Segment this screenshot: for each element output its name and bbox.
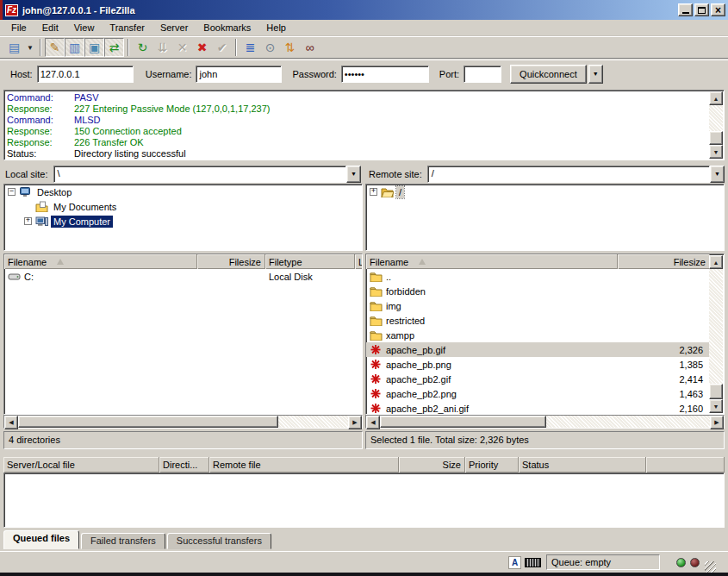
log-scroll-thumb[interactable] [709,131,723,145]
column-header-label: Filetype [269,257,302,267]
local-site-dropdown[interactable]: ▼ [346,166,361,183]
local-site-combo[interactable]: \ ▼ [53,166,361,183]
file-row[interactable]: apache_pb.png1,385 [366,357,710,372]
toggle-queue-button[interactable]: ⇄ [104,38,124,57]
column-header-filename[interactable]: Filename [366,254,618,269]
minimize-button[interactable] [678,3,693,16]
scroll-down-icon[interactable]: ▼ [709,399,723,413]
log-line: Response:227 Entering Passive Mode (127,… [7,103,721,115]
menu-item-bookmarks[interactable]: Bookmarks [196,21,258,34]
directory-filters-icon: ≣ [246,41,256,54]
menu-item-edit[interactable]: Edit [34,21,66,34]
tab-failed-transfers[interactable]: Failed transfers [81,533,165,549]
column-header-filetype[interactable]: Filetype [265,254,355,269]
file-row[interactable]: apache_pb2.gif2,414 [366,372,710,386]
local-site-value[interactable]: \ [53,166,346,183]
queue-column-header-blank[interactable] [646,457,725,473]
remote-hscroll-thumb[interactable] [380,416,546,428]
file-row[interactable]: apache_pb2_ani.gif2,160 [366,401,710,415]
column-header-filename[interactable]: Filename [4,254,197,269]
collapse-icon[interactable]: − [8,188,16,196]
scroll-up-icon[interactable]: ▲ [709,91,723,105]
tree-item[interactable]: My Documents [4,199,362,214]
scroll-left-icon[interactable]: ◀ [366,416,380,429]
scroll-right-icon[interactable]: ▶ [348,416,362,429]
file-row[interactable]: img [366,298,710,313]
tree-item[interactable]: −Desktop [4,185,362,199]
local-file-list: FilenameFilesizeFiletypeL C:Local Disk [3,254,363,415]
close-button[interactable]: × [711,3,725,16]
directory-comparison-button[interactable]: ⊙ [260,38,280,57]
reconnect-button[interactable]: ✔ [212,38,232,57]
cancel-operation-button[interactable]: ✕ [172,38,192,57]
column-header-label: Filesize [674,257,706,267]
password-input[interactable] [341,66,429,83]
queue-column-header-priority[interactable]: Priority [465,457,519,473]
remote-site-combo[interactable]: / ▼ [427,166,725,183]
disconnect-button[interactable]: ✖ [192,38,212,57]
menu-item-view[interactable]: View [66,21,103,34]
log-scrollbar[interactable]: ▲ ▼ [709,91,723,159]
remote-list-scrollbar[interactable]: ▲ ▼ [709,255,723,413]
file-row[interactable]: apache_pb.gif2,326 [366,342,710,357]
port-input[interactable] [464,66,501,83]
expand-icon[interactable]: + [24,217,32,225]
expand-icon[interactable]: + [370,188,377,196]
file-name-cell: apache_pb2_ani.gif [366,403,618,414]
process-queue-button[interactable]: ⇊ [152,38,172,57]
queue-column-header-remote-file[interactable]: Remote file [209,457,399,473]
column-header-l[interactable]: L [355,254,363,269]
menu-item-help[interactable]: Help [258,21,294,34]
tab-successful-transfers[interactable]: Successful transfers [167,533,271,549]
scroll-down-icon[interactable]: ▼ [709,145,723,159]
file-row[interactable]: C:Local Disk [4,269,362,284]
quickconnect-button[interactable]: Quickconnect [510,65,587,84]
quickconnect-dropdown[interactable]: ▼ [588,65,603,84]
folder-icon [370,285,383,297]
site-manager-button[interactable]: ▤ [4,38,24,57]
refresh-button[interactable]: ↻ [133,38,152,57]
file-row[interactable]: forbidden [366,284,710,298]
toggle-message-log-button[interactable]: ✎ [45,38,65,57]
local-hscrollbar[interactable]: ◀ ▶ [3,415,363,429]
scroll-up-icon[interactable]: ▲ [709,255,723,269]
local-hscroll-thumb[interactable] [18,416,278,428]
synchronized-browsing-button[interactable]: ⇅ [280,38,300,57]
resize-grip[interactable] [705,561,716,573]
queue-column-header-size[interactable]: Size [399,457,465,473]
remote-site-value[interactable]: / [427,166,710,183]
find-files-button[interactable]: ∞ [300,38,320,57]
file-name: .. [386,272,391,282]
username-input[interactable] [196,66,282,83]
file-row[interactable]: apache_pb2.png1,463 [366,386,710,401]
remote-hscrollbar[interactable]: ◀ ▶ [365,415,725,429]
directory-filters-button[interactable]: ≣ [240,38,260,57]
toggle-remote-tree-button[interactable]: ▣ [84,38,104,57]
close-icon: × [715,6,721,15]
menu-item-transfer[interactable]: Transfer [102,21,152,34]
file-row[interactable]: xampp [366,328,710,342]
scroll-right-icon[interactable]: ▶ [710,416,724,429]
title-bar[interactable]: Fz john@127.0.0.1 - FileZilla × [0,0,728,20]
queue-column-header-status[interactable]: Status [519,457,646,473]
drive-icon [8,271,21,282]
queue-column-header-directi-[interactable]: Directi... [159,457,209,473]
tree-item[interactable]: +/ [366,185,724,199]
host-input[interactable] [37,66,134,83]
local-site-row: Local site: \ ▼ [5,165,361,183]
menu-item-server[interactable]: Server [152,21,196,34]
tree-item[interactable]: +My Computer [4,214,362,229]
toggle-local-tree-button[interactable]: ▥ [65,38,84,57]
scroll-left-icon[interactable]: ◀ [4,416,18,429]
remote-site-dropdown[interactable]: ▼ [710,166,725,183]
queue-column-header-server-local-file[interactable]: Server/Local file [3,457,159,473]
remote-scroll-thumb[interactable] [709,384,723,399]
tab-queued-files[interactable]: Queued files [3,530,79,549]
column-header-filesize[interactable]: Filesize [197,254,265,269]
file-row[interactable]: .. [366,269,710,284]
menu-item-file[interactable]: File [3,21,34,34]
column-header-filesize[interactable]: Filesize [618,254,710,269]
file-row[interactable]: restricted [366,313,710,328]
site-manager-dropdown[interactable]: ▼ [24,38,36,57]
maximize-button[interactable] [694,3,709,16]
